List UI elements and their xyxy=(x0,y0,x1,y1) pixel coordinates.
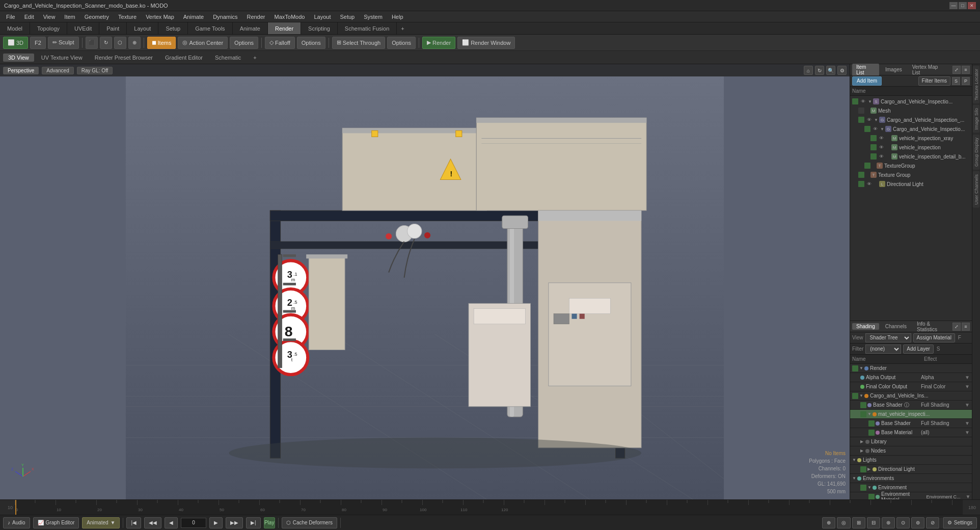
tree-item-xray[interactable]: 👁 M vehicle_inspection_xray xyxy=(850,134,972,143)
icon-btn-1[interactable]: ⬛ xyxy=(86,37,98,49)
tree-item-scene-root[interactable]: 👁 ▼ S Cargo_and_Vehicle_Inspectio... xyxy=(850,97,972,106)
viewport-icon-zoom[interactable]: 🔍 xyxy=(826,66,835,75)
shading-row-alpha-output[interactable]: Alpha Output Alpha ▼ xyxy=(850,373,972,382)
icon-btn-2[interactable]: ↻ xyxy=(100,37,112,49)
menu-vertex-map[interactable]: Vertex Map xyxy=(142,13,178,21)
step-forward-button[interactable]: ▶ xyxy=(209,517,223,528)
menu-item[interactable]: Item xyxy=(60,13,79,21)
visibility-toggle[interactable] xyxy=(852,393,858,399)
visibility-toggle[interactable] xyxy=(858,108,864,114)
tree-item-cargo-sub[interactable]: 👁 ▼ G Cargo_and_Vehicle_Inspectio... xyxy=(850,124,972,134)
tree-item-mesh[interactable]: M Mesh xyxy=(850,106,972,115)
transport-icon-1[interactable]: ⊕ xyxy=(822,517,835,528)
transport-icon-2[interactable]: ◎ xyxy=(837,517,851,528)
panel-tab-vertex-map[interactable]: Vertex Map List xyxy=(908,64,950,76)
filter-option-icon[interactable]: P xyxy=(962,77,970,85)
visibility-toggle[interactable] xyxy=(868,430,875,436)
transport-icon-8[interactable]: ⊘ xyxy=(926,517,939,528)
options-button-2[interactable]: Options xyxy=(297,37,325,49)
action-center-button[interactable]: ◎ Action Center xyxy=(178,37,228,49)
sub-tab-render-preset[interactable]: Render Preset Browser xyxy=(90,54,158,62)
menu-file[interactable]: File xyxy=(2,13,19,21)
visibility-toggle[interactable] xyxy=(868,420,875,427)
cache-deformers-button[interactable]: ⬡ Cache Deformers xyxy=(282,517,337,528)
audio-button[interactable]: ♪ Audio xyxy=(3,517,30,528)
menu-render[interactable]: Render xyxy=(242,13,269,21)
transport-icon-4[interactable]: ⊟ xyxy=(867,517,880,528)
assign-material-button[interactable]: Assign Material xyxy=(913,333,955,342)
filter-items-button[interactable]: Filter Items xyxy=(918,76,950,86)
graph-editor-button[interactable]: 📈 Graph Editor xyxy=(33,517,79,528)
panel-tab-images[interactable]: Images xyxy=(881,66,906,73)
maximize-button[interactable]: □ xyxy=(959,2,967,9)
filter-search-icon[interactable]: S xyxy=(952,77,960,85)
menu-dynamics[interactable]: Dynamics xyxy=(209,13,241,21)
panel-menu-icon[interactable]: ≡ xyxy=(962,66,970,74)
panel-tab-channels[interactable]: Channels xyxy=(881,323,911,330)
sculpt-button[interactable]: ✏ Sculpt xyxy=(48,37,79,49)
visibility-toggle[interactable] xyxy=(858,181,864,187)
final-color-dropdown[interactable]: ▼ xyxy=(965,384,972,389)
sub-tab-plus[interactable]: + xyxy=(248,54,261,62)
timeline-ruler[interactable]: 0 10 20 30 40 50 60 70 80 90 100 110 120 xyxy=(15,500,963,515)
visibility-toggle[interactable] xyxy=(860,466,866,472)
items-button[interactable]: ◼ Items xyxy=(147,37,176,49)
goto-end-button[interactable]: ▶| xyxy=(246,517,261,528)
side-tab-texture-locator[interactable]: Texture Locator xyxy=(973,66,979,103)
menu-maxtomodo[interactable]: MaxToModo xyxy=(270,13,309,21)
shading-row-base-shader-1[interactable]: Base Shader ⓘ Full Shading ▼ xyxy=(850,401,972,410)
visibility-toggle[interactable] xyxy=(852,98,858,104)
sub-tab-3d-view[interactable]: 3D View xyxy=(3,54,34,62)
shading-row-mat-vehicle[interactable]: ▼ mat_vehicle_inspecti... xyxy=(850,410,972,419)
material-dropdown[interactable]: ▼ xyxy=(965,430,972,435)
transport-icon-3[interactable]: ⊞ xyxy=(852,517,865,528)
menu-view[interactable]: View xyxy=(39,13,60,21)
render-window-button[interactable]: ⬜ Render Window xyxy=(457,37,515,49)
f2-button[interactable]: F2 xyxy=(30,37,46,49)
viewport-icon-settings[interactable]: ⚙ xyxy=(837,66,847,75)
step-back-button[interactable]: ◀ xyxy=(165,517,178,528)
shading-row-library[interactable]: ▶ Library xyxy=(850,437,972,446)
tree-item-vehicle-detail[interactable]: 👁 M vehicle_inspection_detail_b... xyxy=(850,152,972,161)
side-tab-user-channels[interactable]: User Channels xyxy=(973,171,979,208)
tab-paint[interactable]: Paint xyxy=(99,22,127,34)
shading-expand-icon[interactable]: ⤢ xyxy=(952,323,961,331)
panel-tab-shading[interactable]: Shading xyxy=(852,323,879,330)
shading-row-base-material[interactable]: Base Material (all) ▼ xyxy=(850,428,972,437)
visibility-toggle[interactable] xyxy=(852,365,858,372)
menu-setup[interactable]: Setup xyxy=(336,13,359,21)
next-key-button[interactable]: ▶▶ xyxy=(226,517,243,528)
visibility-toggle[interactable] xyxy=(858,117,864,123)
settings-button[interactable]: ⚙ Settings xyxy=(943,517,977,528)
minimize-button[interactable]: — xyxy=(949,2,958,9)
shading-row-dir-light[interactable]: ▶ Directional Light xyxy=(850,465,972,474)
menu-animate[interactable]: Animate xyxy=(179,13,208,21)
visibility-toggle[interactable] xyxy=(868,494,875,500)
close-button[interactable]: ✕ xyxy=(968,2,976,9)
tree-item-dir-light[interactable]: 👁 L Directional Light xyxy=(850,179,972,189)
goto-start-button[interactable]: |◀ xyxy=(126,517,141,528)
tab-game-tools[interactable]: Game Tools xyxy=(188,22,233,34)
tab-setup[interactable]: Setup xyxy=(158,22,188,34)
shading-row-cargo-scene[interactable]: ▼ Cargo_and_Vehicle_Ins... xyxy=(850,391,972,401)
select-through-button[interactable]: ⊞ Select Through xyxy=(332,37,385,49)
add-layer-button[interactable]: Add Layer xyxy=(903,344,934,354)
alpha-dropdown[interactable]: ▼ xyxy=(965,375,972,380)
visibility-toggle[interactable] xyxy=(860,402,866,408)
shading-row-environments[interactable]: ▼ Environments xyxy=(850,474,972,483)
tab-render[interactable]: Render xyxy=(268,22,301,34)
view-3d-button[interactable]: ⬜ 3D xyxy=(3,37,28,49)
shading-row-render[interactable]: ▼ Render xyxy=(850,364,972,373)
panel-tab-info-statistics[interactable]: Info & Statistics xyxy=(913,321,950,333)
tab-layout[interactable]: Layout xyxy=(127,22,158,34)
visibility-toggle[interactable] xyxy=(860,485,866,491)
icon-btn-3[interactable]: ⬡ xyxy=(114,37,126,49)
tree-item-texture-group[interactable]: T TextureGroup xyxy=(850,161,972,170)
menu-edit[interactable]: Edit xyxy=(20,13,38,21)
options-button-3[interactable]: Options xyxy=(387,37,416,49)
visibility-toggle[interactable] xyxy=(870,144,877,150)
tab-add-button[interactable]: + xyxy=(397,24,408,33)
sub-tab-schematic[interactable]: Schematic xyxy=(210,54,246,62)
icon-btn-4[interactable]: ⊕ xyxy=(128,37,141,49)
shading-row-env-material[interactable]: Environment Material Environment C... ▼ xyxy=(850,492,972,499)
